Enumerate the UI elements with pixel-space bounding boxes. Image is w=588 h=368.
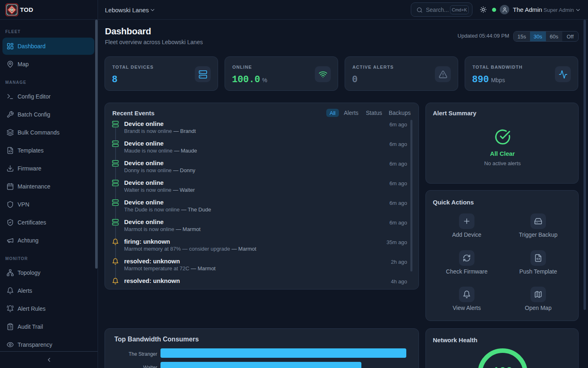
svg-text:100: 100 xyxy=(493,366,513,368)
